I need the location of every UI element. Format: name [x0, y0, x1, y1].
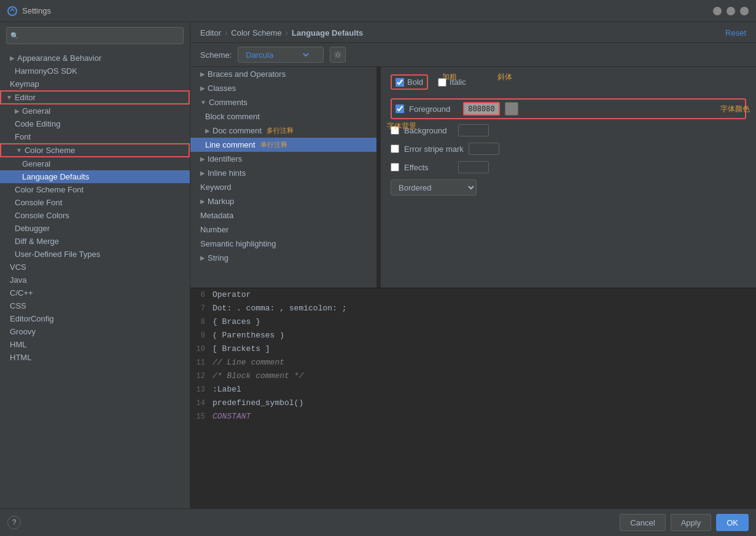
opt-identifiers[interactable]: ▶ Identifiers	[190, 152, 380, 166]
sidebar-item-html[interactable]: HTML	[0, 351, 190, 364]
code-line-10: 10 [ Brackets ]	[190, 342, 756, 356]
scheme-dropdown[interactable]: Darcula Default High contrast	[243, 50, 311, 60]
sidebar-item-hml[interactable]: HML	[0, 338, 190, 351]
arrow-icon: ▶	[200, 170, 205, 176]
foreground-checkbox[interactable]	[396, 104, 404, 113]
breadcrumb-color-scheme: Color Scheme	[231, 28, 281, 37]
background-checkbox[interactable]	[391, 126, 399, 135]
sidebar-item-cpp[interactable]: C/C++	[0, 286, 190, 299]
close-btn[interactable]	[740, 7, 749, 15]
line-number: 6	[193, 291, 212, 299]
sidebar-item-css[interactable]: CSS	[0, 299, 190, 312]
sidebar-item-debugger[interactable]: Debugger	[0, 222, 190, 235]
effects-color-swatch[interactable]	[458, 161, 489, 173]
opt-keyword[interactable]: Keyword	[190, 180, 380, 194]
italic-checkbox[interactable]	[438, 78, 446, 87]
sidebar-item-font[interactable]: Font	[0, 130, 190, 143]
effects-row: Effects	[391, 161, 746, 173]
sidebar-item-color-scheme-font[interactable]: Color Scheme Font	[0, 183, 190, 196]
background-row: Background	[391, 124, 746, 136]
ok-button[interactable]: OK	[716, 514, 749, 531]
code-content: Operator	[212, 290, 251, 299]
sidebar-item-vcs[interactable]: VCS	[0, 261, 190, 274]
sidebar-item-label: CSS	[10, 301, 26, 310]
opt-doc-comment[interactable]: ▶ Doc comment 多行注释	[190, 124, 380, 138]
sidebar-tree: ▶ Appearance & Behavior HarmonyOS SDK Ke…	[0, 49, 190, 508]
opt-semantic-highlighting[interactable]: Semantic highlighting	[190, 237, 380, 251]
sidebar-item-user-defined[interactable]: User-Defined File Types	[0, 248, 190, 261]
opt-number[interactable]: Number	[190, 223, 380, 237]
sidebar-item-color-scheme[interactable]: ▼ Color Scheme	[0, 143, 190, 157]
opt-braces[interactable]: ▶ Braces and Operators	[190, 67, 380, 81]
opt-metadata[interactable]: Metadata	[190, 208, 380, 223]
bold-checkbox[interactable]	[396, 78, 404, 87]
effects-type-select[interactable]: Bordered Box Wave underline Underline Bo…	[391, 179, 477, 195]
sidebar-item-code-editing[interactable]: Code Editing	[0, 117, 190, 130]
error-stripe-color-swatch[interactable]	[469, 143, 499, 155]
dialog-body: 🔍 ▶ Appearance & Behavior HarmonyOS SDK …	[0, 22, 756, 508]
opt-inline-hints[interactable]: ▶ Inline hints	[190, 166, 380, 180]
opt-string[interactable]: ▶ String	[190, 251, 380, 265]
search-input[interactable]	[21, 31, 179, 40]
sidebar-item-harmonyos[interactable]: HarmonyOS SDK	[0, 65, 190, 77]
sidebar-item-keymap[interactable]: Keymap	[0, 77, 190, 90]
opt-item-label: Line comment	[205, 140, 255, 149]
opt-item-label: Inline hints	[208, 168, 246, 178]
code-line-12: 12 /* Block comment */	[190, 369, 756, 383]
sidebar-item-general[interactable]: ▶ General	[0, 104, 190, 117]
line-number: 14	[193, 399, 212, 408]
split-panel: ▶ Braces and Operators ▶ Classes ▼ Comme…	[190, 67, 756, 288]
sidebar-item-diff-merge[interactable]: Diff & Merge	[0, 235, 190, 248]
apply-button[interactable]: Apply	[671, 514, 712, 531]
opt-markup[interactable]: ▶ Markup	[190, 194, 380, 208]
background-color-swatch[interactable]	[458, 124, 489, 136]
foreground-color-swatch[interactable]	[505, 102, 518, 116]
line-number: 7	[193, 304, 212, 313]
error-stripe-checkbox[interactable]	[391, 144, 399, 153]
opt-comments[interactable]: ▼ Comments	[190, 95, 380, 109]
bold-label: Bold	[407, 77, 423, 87]
opt-classes[interactable]: ▶ Classes	[190, 81, 380, 95]
opt-item-label: Identifiers	[208, 154, 242, 164]
foreground-color-value[interactable]: 808080	[463, 102, 500, 116]
code-line-11: 11 // Line comment	[190, 356, 756, 369]
sidebar-item-label: Java	[10, 275, 26, 285]
opt-block-comment[interactable]: Block comment	[190, 109, 380, 124]
code-content: Dot: . comma: , semicolon: ;	[212, 304, 346, 313]
sidebar-item-label: Color Scheme	[25, 146, 75, 155]
cancel-button[interactable]: Cancel	[620, 514, 665, 531]
code-content: [ Brackets ]	[212, 344, 270, 353]
sidebar-item-label: Appearance & Behavior	[17, 53, 101, 63]
sidebar-item-groovy[interactable]: Groovy	[0, 325, 190, 338]
scheme-label: Scheme:	[200, 50, 232, 60]
search-icon: 🔍	[10, 32, 19, 40]
sidebar-item-cs-general[interactable]: General	[0, 157, 190, 170]
minimize-btn[interactable]	[713, 7, 722, 15]
arrow-icon: ▶	[200, 156, 205, 162]
app-icon	[7, 6, 17, 16]
sidebar-item-console-font[interactable]: Console Font	[0, 196, 190, 209]
sidebar-item-java[interactable]: Java	[0, 274, 190, 286]
sidebar-item-label: General	[22, 106, 50, 116]
scheme-select-wrapper[interactable]: Darcula Default High contrast	[238, 47, 324, 63]
opt-item-label: Doc comment	[212, 126, 262, 135]
settings-dialog: 🔍 ▶ Appearance & Behavior HarmonyOS SDK …	[0, 22, 756, 536]
gear-button[interactable]	[330, 47, 346, 63]
maximize-btn[interactable]	[727, 7, 735, 15]
code-preview: 6 Operator 7 Dot: . comma: , semicolon: …	[190, 288, 756, 509]
sidebar-item-language-defaults[interactable]: Language Defaults	[0, 170, 190, 183]
sidebar-item-console-colors[interactable]: Console Colors	[0, 209, 190, 222]
sidebar-item-editor[interactable]: ▼ Editor	[0, 90, 190, 104]
sidebar-item-editorconfig[interactable]: EditorConfig	[0, 312, 190, 325]
search-box[interactable]: 🔍	[6, 27, 184, 44]
background-label: Background	[404, 126, 453, 135]
sidebar-item-appearance[interactable]: ▶ Appearance & Behavior	[0, 52, 190, 65]
effects-checkbox[interactable]	[391, 163, 399, 171]
opt-item-label: Keyword	[200, 183, 232, 192]
opt-line-comment[interactable]: Line comment 单行注释	[190, 138, 380, 152]
sidebar-item-label: HTML	[10, 353, 31, 362]
sidebar-item-label: Console Colors	[15, 211, 69, 220]
sidebar-item-label: EditorConfig	[10, 314, 54, 323]
help-button[interactable]: ?	[7, 516, 21, 529]
reset-link[interactable]: Reset	[725, 28, 746, 37]
